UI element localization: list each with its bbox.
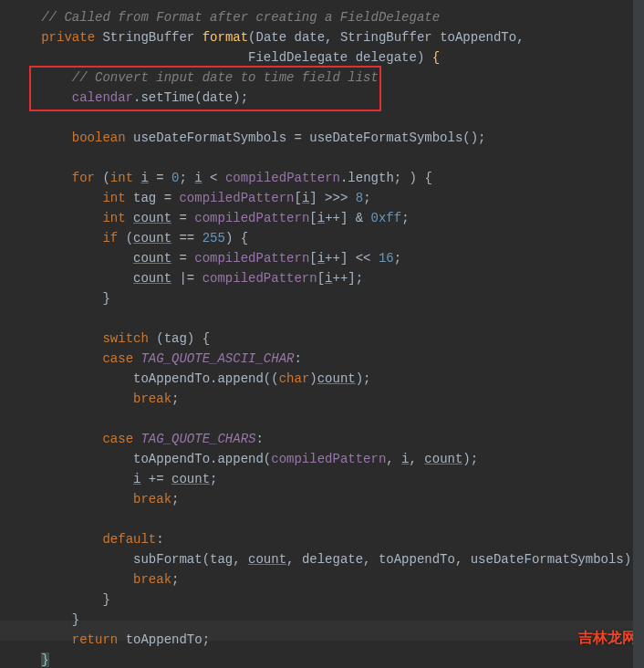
code-line: count = compiledPattern[i++] << 16;: [18, 248, 644, 268]
code-line: for (int i = 0; i < compiledPattern.leng…: [18, 168, 644, 188]
code-line: private StringBuffer format(Date date, S…: [18, 27, 644, 47]
code-line: return toAppendTo;: [18, 630, 644, 650]
code-line: [18, 148, 644, 168]
code-line: case TAG_QUOTE_CHARS:: [18, 429, 644, 449]
vertical-scrollbar[interactable]: [633, 0, 644, 668]
watermark: 吉林龙网: [578, 628, 637, 648]
code-line: calendar.setTime(date);: [18, 88, 644, 108]
code-line: // Called from Format after creating a F…: [18, 7, 644, 27]
code-line: i += count;: [18, 469, 644, 489]
code-line: boolean useDateFormatSymbols = useDateFo…: [18, 128, 644, 148]
code-line: FieldDelegate delegate) {: [18, 47, 644, 68]
code-line: }: [18, 610, 644, 630]
code-line: [18, 308, 644, 329]
code-line: case TAG_QUOTE_ASCII_CHAR:: [18, 349, 644, 369]
code-editor[interactable]: // Called from Format after creating a F…: [0, 0, 644, 668]
code-line: [18, 409, 644, 429]
code-line: // Convert input date to time field list: [18, 68, 644, 88]
code-line: [18, 509, 644, 529]
code-line: break;: [18, 489, 644, 509]
code-line: }: [18, 590, 644, 610]
code-line: subFormat(tag, count, delegate, toAppend…: [18, 549, 644, 569]
code-line: }: [18, 650, 644, 668]
code-line: int count = compiledPattern[i++] & 0xff;: [18, 208, 644, 228]
code-line: switch (tag) {: [18, 329, 644, 349]
code-line: toAppendTo.append((char)count);: [18, 369, 644, 389]
code-line: toAppendTo.append(compiledPattern, i, co…: [18, 449, 644, 469]
code-line: }: [18, 288, 644, 308]
code-line: break;: [18, 569, 644, 590]
code-line: if (count == 255) {: [18, 228, 644, 248]
code-line: default:: [18, 529, 644, 549]
code-line: break;: [18, 389, 644, 409]
code-line: [18, 108, 644, 128]
code-line: int tag = compiledPattern[i] >>> 8;: [18, 188, 644, 208]
code-line: count |= compiledPattern[i++];: [18, 268, 644, 288]
